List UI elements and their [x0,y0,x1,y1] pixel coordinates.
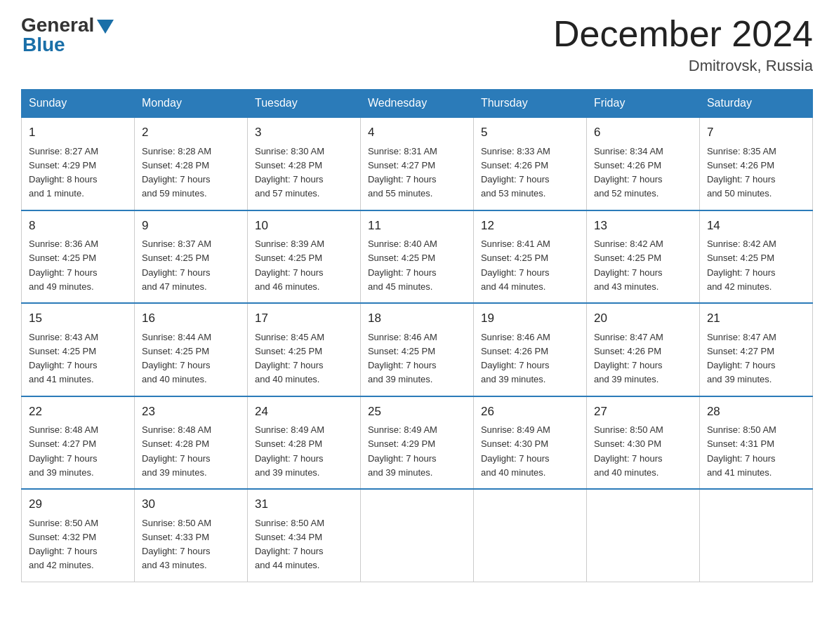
day-number: 12 [481,217,579,235]
calendar-cell: 7 Sunrise: 8:35 AMSunset: 4:26 PMDayligh… [699,117,812,210]
calendar-cell: 22 Sunrise: 8:48 AMSunset: 4:27 PMDaylig… [22,396,135,490]
week-row-1: 1 Sunrise: 8:27 AMSunset: 4:29 PMDayligh… [22,117,813,210]
day-number: 24 [255,403,353,421]
calendar-cell [699,489,812,582]
header-day-thursday: Thursday [473,90,586,118]
day-number: 4 [368,123,466,142]
day-info: Sunrise: 8:36 AMSunset: 4:25 PMDaylight:… [29,239,98,292]
day-info: Sunrise: 8:31 AMSunset: 4:27 PMDaylight:… [368,146,437,199]
calendar-cell [360,489,473,582]
calendar-cell: 6 Sunrise: 8:34 AMSunset: 4:26 PMDayligh… [586,117,699,210]
calendar-cell: 19 Sunrise: 8:46 AMSunset: 4:26 PMDaylig… [473,303,586,396]
day-info: Sunrise: 8:27 AMSunset: 4:29 PMDaylight:… [29,146,98,199]
calendar-cell: 18 Sunrise: 8:46 AMSunset: 4:25 PMDaylig… [360,303,473,396]
day-number: 3 [255,123,353,142]
day-info: Sunrise: 8:35 AMSunset: 4:26 PMDaylight:… [707,146,776,199]
calendar-cell [473,489,586,582]
day-info: Sunrise: 8:49 AMSunset: 4:28 PMDaylight:… [255,424,324,478]
header-day-tuesday: Tuesday [247,90,360,118]
day-info: Sunrise: 8:42 AMSunset: 4:25 PMDaylight:… [707,239,776,292]
day-number: 9 [142,217,240,235]
day-info: Sunrise: 8:50 AMSunset: 4:30 PMDaylight:… [594,424,663,478]
calendar-cell: 28 Sunrise: 8:50 AMSunset: 4:31 PMDaylig… [699,396,812,490]
day-number: 28 [707,403,805,421]
day-number: 15 [29,309,127,328]
calendar-cell: 30 Sunrise: 8:50 AMSunset: 4:33 PMDaylig… [134,489,247,582]
calendar-cell: 16 Sunrise: 8:44 AMSunset: 4:25 PMDaylig… [134,303,247,396]
day-info: Sunrise: 8:28 AMSunset: 4:28 PMDaylight:… [142,146,211,199]
calendar-cell: 14 Sunrise: 8:42 AMSunset: 4:25 PMDaylig… [699,210,812,304]
calendar-table: SundayMondayTuesdayWednesdayThursdayFrid… [21,89,813,582]
header-day-saturday: Saturday [699,90,812,118]
day-number: 17 [255,309,353,328]
day-number: 13 [594,217,692,235]
calendar-cell: 23 Sunrise: 8:48 AMSunset: 4:28 PMDaylig… [134,396,247,490]
day-number: 1 [29,123,127,142]
calendar-cell: 21 Sunrise: 8:47 AMSunset: 4:27 PMDaylig… [699,303,812,396]
day-info: Sunrise: 8:33 AMSunset: 4:26 PMDaylight:… [481,146,550,199]
calendar-cell: 11 Sunrise: 8:40 AMSunset: 4:25 PMDaylig… [360,210,473,304]
calendar-cell: 31 Sunrise: 8:50 AMSunset: 4:34 PMDaylig… [247,489,360,582]
day-number: 16 [142,309,240,328]
day-info: Sunrise: 8:40 AMSunset: 4:25 PMDaylight:… [368,239,437,292]
day-number: 30 [142,495,240,514]
logo-blue-text: Blue [22,34,65,56]
day-info: Sunrise: 8:48 AMSunset: 4:27 PMDaylight:… [29,424,98,478]
day-info: Sunrise: 8:47 AMSunset: 4:27 PMDaylight:… [707,332,776,385]
calendar-cell: 25 Sunrise: 8:49 AMSunset: 4:29 PMDaylig… [360,396,473,490]
logo: General Blue [21,14,114,56]
day-number: 23 [142,403,240,421]
header-day-sunday: Sunday [22,90,135,118]
calendar-cell: 4 Sunrise: 8:31 AMSunset: 4:27 PMDayligh… [360,117,473,210]
calendar-cell: 20 Sunrise: 8:47 AMSunset: 4:26 PMDaylig… [586,303,699,396]
day-number: 31 [255,495,353,514]
header-day-friday: Friday [586,90,699,118]
calendar-cell: 24 Sunrise: 8:49 AMSunset: 4:28 PMDaylig… [247,396,360,490]
day-info: Sunrise: 8:30 AMSunset: 4:28 PMDaylight:… [255,146,324,199]
week-row-3: 15 Sunrise: 8:43 AMSunset: 4:25 PMDaylig… [22,303,813,396]
day-number: 7 [707,123,805,142]
day-info: Sunrise: 8:49 AMSunset: 4:30 PMDaylight:… [481,424,550,478]
day-info: Sunrise: 8:34 AMSunset: 4:26 PMDaylight:… [594,146,663,199]
calendar-cell: 12 Sunrise: 8:41 AMSunset: 4:25 PMDaylig… [473,210,586,304]
calendar-cell [586,489,699,582]
day-number: 27 [594,403,692,421]
day-info: Sunrise: 8:47 AMSunset: 4:26 PMDaylight:… [594,332,663,385]
day-number: 14 [707,217,805,235]
calendar-cell: 15 Sunrise: 8:43 AMSunset: 4:25 PMDaylig… [22,303,135,396]
day-info: Sunrise: 8:46 AMSunset: 4:25 PMDaylight:… [368,332,437,385]
day-number: 5 [481,123,579,142]
day-info: Sunrise: 8:48 AMSunset: 4:28 PMDaylight:… [142,424,211,478]
calendar-cell: 26 Sunrise: 8:49 AMSunset: 4:30 PMDaylig… [473,396,586,490]
day-number: 20 [594,309,692,328]
day-number: 26 [481,403,579,421]
week-row-2: 8 Sunrise: 8:36 AMSunset: 4:25 PMDayligh… [22,210,813,304]
day-info: Sunrise: 8:39 AMSunset: 4:25 PMDaylight:… [255,239,324,292]
logo-arrow-icon [97,20,114,34]
day-info: Sunrise: 8:43 AMSunset: 4:25 PMDaylight:… [29,332,98,385]
day-info: Sunrise: 8:50 AMSunset: 4:32 PMDaylight:… [29,518,98,571]
day-number: 2 [142,123,240,142]
day-info: Sunrise: 8:50 AMSunset: 4:33 PMDaylight:… [142,518,211,571]
day-info: Sunrise: 8:49 AMSunset: 4:29 PMDaylight:… [368,424,437,478]
week-row-5: 29 Sunrise: 8:50 AMSunset: 4:32 PMDaylig… [22,489,813,582]
day-info: Sunrise: 8:50 AMSunset: 4:34 PMDaylight:… [255,518,324,571]
calendar-cell: 1 Sunrise: 8:27 AMSunset: 4:29 PMDayligh… [22,117,135,210]
day-info: Sunrise: 8:44 AMSunset: 4:25 PMDaylight:… [142,332,211,385]
day-number: 6 [594,123,692,142]
calendar-cell: 27 Sunrise: 8:50 AMSunset: 4:30 PMDaylig… [586,396,699,490]
calendar-cell: 10 Sunrise: 8:39 AMSunset: 4:25 PMDaylig… [247,210,360,304]
calendar-cell: 5 Sunrise: 8:33 AMSunset: 4:26 PMDayligh… [473,117,586,210]
calendar-cell: 17 Sunrise: 8:45 AMSunset: 4:25 PMDaylig… [247,303,360,396]
calendar-cell: 9 Sunrise: 8:37 AMSunset: 4:25 PMDayligh… [134,210,247,304]
day-info: Sunrise: 8:42 AMSunset: 4:25 PMDaylight:… [594,239,663,292]
day-info: Sunrise: 8:46 AMSunset: 4:26 PMDaylight:… [481,332,550,385]
day-number: 25 [368,403,466,421]
month-title: December 2024 [553,14,813,54]
header-day-monday: Monday [134,90,247,118]
day-number: 8 [29,217,127,235]
week-row-4: 22 Sunrise: 8:48 AMSunset: 4:27 PMDaylig… [22,396,813,490]
day-number: 19 [481,309,579,328]
title-area: December 2024 Dmitrovsk, Russia [553,14,813,75]
day-number: 10 [255,217,353,235]
